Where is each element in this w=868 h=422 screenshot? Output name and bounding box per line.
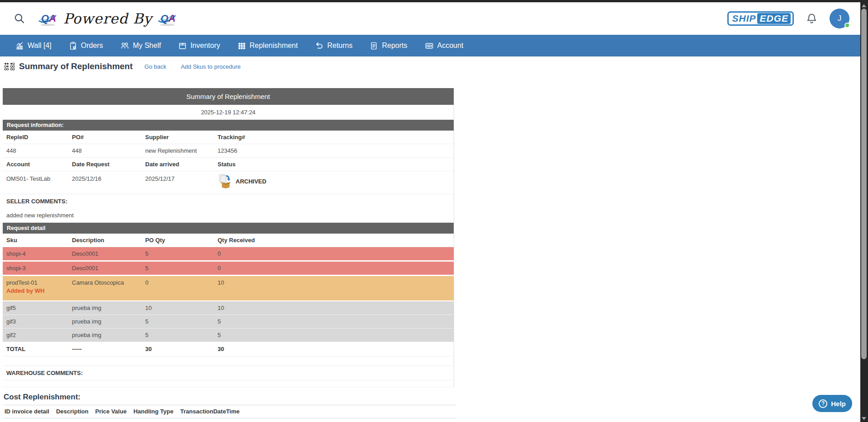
tracking-value: 123456 bbox=[214, 144, 454, 157]
column-header: Handling Type bbox=[133, 408, 174, 415]
nav-label: Returns bbox=[327, 42, 352, 50]
nav-item-my-shelf[interactable]: My Shelf bbox=[120, 42, 161, 50]
go-back-link[interactable]: Go back bbox=[144, 63, 166, 70]
nav-item-account[interactable]: Account bbox=[425, 42, 464, 50]
qty-received-cell: 5 bbox=[214, 315, 454, 328]
status-label: ARCHIVED bbox=[236, 178, 266, 185]
divider bbox=[4, 418, 456, 418]
qty-received-cell: 0 bbox=[214, 247, 454, 260]
scroll-down-arrow[interactable] bbox=[862, 417, 866, 420]
help-label: Help bbox=[831, 400, 846, 408]
archived-icon bbox=[218, 173, 234, 189]
column-header: Tracking# bbox=[214, 131, 454, 144]
column-header: Supplier bbox=[142, 131, 214, 144]
avatar-initial: J bbox=[838, 14, 842, 23]
question-mark-icon: ? bbox=[819, 399, 827, 408]
nav-item-returns[interactable]: Returns bbox=[315, 42, 352, 50]
nav-label: My Shelf bbox=[133, 42, 161, 50]
shipedge-ship-text: SHIP bbox=[730, 13, 757, 24]
description-cell: Camara Otoscopica bbox=[68, 276, 142, 300]
column-header: Sku bbox=[3, 234, 68, 247]
po-qty-cell: 5 bbox=[142, 262, 214, 275]
shipedge-logo: SHIP EDGE bbox=[727, 11, 794, 26]
online-status-dot bbox=[844, 23, 850, 28]
replenishment-summary-table: Summary of Replenishment 2025-12-19 12:4… bbox=[3, 88, 454, 387]
nav-item-inventory[interactable]: Inventory bbox=[178, 42, 220, 50]
spacer-row bbox=[3, 380, 454, 387]
column-header: ID invoice detail bbox=[5, 408, 49, 415]
nav-item-orders[interactable]: Orders bbox=[69, 42, 103, 50]
seller-comments-value: added new replenishment bbox=[3, 208, 454, 223]
reple-id-value: 448 bbox=[3, 144, 68, 157]
sku-cell: shopi-3 bbox=[3, 262, 68, 275]
table-row: gif2 prueba img 5 5 bbox=[3, 328, 454, 342]
scrollbar-thumb[interactable] bbox=[861, 9, 867, 359]
sku-value: prodTest-01 bbox=[6, 279, 38, 286]
info-value-row-2: OMS01- TestLab 2025/12/16 2025/12/17 ARC… bbox=[3, 171, 454, 194]
cost-replenishment-section: Cost Replenishment: ID invoice detail De… bbox=[4, 393, 456, 418]
info-header-row-1: RepleID PO# Supplier Tracking# bbox=[3, 131, 454, 144]
nav-item-wall[interactable]: Wall [4] bbox=[15, 42, 52, 50]
seller-comments-label: SELLER COMMENTS: bbox=[3, 194, 454, 208]
account-value: OMS01- TestLab bbox=[3, 171, 68, 194]
box-icon bbox=[178, 42, 187, 50]
po-qty-cell: 0 bbox=[142, 276, 214, 300]
warehouse-comments-label: WAREHOUSE COMMENTS: bbox=[3, 366, 454, 380]
supplier-value: new Replenishment bbox=[142, 144, 214, 157]
table-row: shopi-4 Desc0001 5 0 bbox=[3, 247, 454, 262]
total-po-qty: 30 bbox=[142, 342, 214, 356]
column-header: PO# bbox=[68, 131, 142, 144]
report-title-bar: Summary of Replenishment bbox=[3, 88, 454, 105]
total-label: TOTAL bbox=[3, 342, 68, 356]
column-header: Date Request bbox=[68, 158, 142, 171]
shipedge-edge-text: EDGE bbox=[757, 13, 791, 24]
banknote-icon bbox=[425, 42, 434, 50]
qty-received-cell: 5 bbox=[214, 328, 454, 342]
sku-cell: prodTest-01 Added by WH bbox=[3, 276, 68, 300]
qty-received-cell: 10 bbox=[214, 276, 454, 300]
column-header: PO Qty bbox=[142, 234, 214, 247]
help-button[interactable]: ? Help bbox=[812, 395, 852, 412]
description-cell: prueba img bbox=[68, 301, 142, 314]
report-timestamp: 2025-12-19 12:47:24 bbox=[3, 105, 454, 120]
nav-label: Account bbox=[437, 42, 464, 50]
nav-item-replenishment[interactable]: Replenishment bbox=[237, 42, 298, 50]
qa-logo-icon: QA bbox=[157, 10, 178, 27]
po-qty-cell: 5 bbox=[142, 247, 214, 260]
nav-label: Orders bbox=[81, 42, 103, 50]
total-qty-received: 30 bbox=[214, 342, 454, 356]
app-header: QA Powered By QA SHIP EDGE J bbox=[0, 2, 860, 35]
add-skus-link[interactable]: Add Skus to procedure bbox=[181, 63, 241, 70]
search-icon[interactable] bbox=[14, 13, 25, 24]
clipboard-icon bbox=[69, 42, 77, 50]
undo-arrow-icon bbox=[315, 42, 323, 50]
nav-item-reports[interactable]: Reports bbox=[370, 42, 407, 50]
column-header: Description bbox=[68, 234, 142, 247]
description-cell: Desc0001 bbox=[68, 262, 142, 275]
column-header: Price Value bbox=[95, 408, 127, 415]
nav-label: Reports bbox=[382, 42, 407, 50]
column-header: Status bbox=[214, 158, 454, 171]
total-row: TOTAL ----- 30 30 bbox=[3, 342, 454, 356]
description-cell: Desc0001 bbox=[68, 247, 142, 260]
cost-section-title: Cost Replenishment: bbox=[4, 393, 456, 402]
notifications-bell-icon[interactable] bbox=[806, 13, 818, 25]
nav-label: Replenishment bbox=[250, 42, 298, 50]
user-avatar[interactable]: J bbox=[830, 9, 849, 28]
qa-logo-icon: QA bbox=[37, 10, 59, 27]
column-header: Account bbox=[3, 158, 68, 171]
nav-label: Wall [4] bbox=[28, 42, 52, 50]
added-by-wh-note: Added by WH bbox=[6, 287, 66, 294]
table-row: prodTest-01 Added by WH Camara Otoscopic… bbox=[3, 276, 454, 301]
table-row: shopi-3 Desc0001 5 0 bbox=[3, 262, 454, 276]
page-title: Summary of Replenishment bbox=[19, 61, 133, 71]
vertical-scrollbar[interactable] bbox=[860, 2, 868, 422]
brand-logo: QA Powered By QA bbox=[37, 10, 178, 27]
request-detail-section-bar: Request detail bbox=[3, 223, 454, 234]
page-title-row: Summary of Replenishment Go back Add Sku… bbox=[4, 61, 241, 71]
po-number-value: 448 bbox=[68, 144, 142, 157]
po-qty-cell: 5 bbox=[142, 315, 214, 328]
column-header: Date arrived bbox=[142, 158, 214, 171]
dots-grid-icon[interactable] bbox=[4, 62, 15, 71]
scroll-up-arrow[interactable] bbox=[862, 4, 866, 7]
